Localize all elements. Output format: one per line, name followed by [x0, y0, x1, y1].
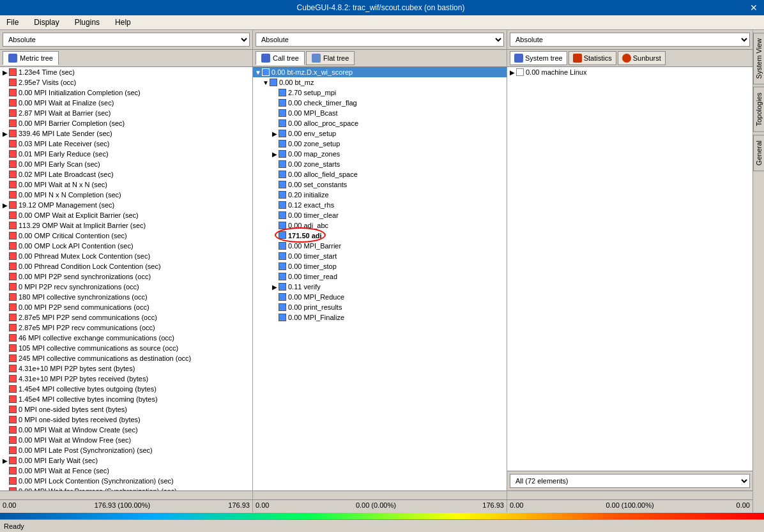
list-item[interactable]: 0.00 MPI Wait at Finalize (sec) — [0, 98, 252, 108]
menu-plugins[interactable]: Plugins — [71, 17, 103, 28]
color-box — [9, 160, 17, 168]
list-item[interactable]: 0.00 OMP Wait at Explicit Barrier (sec) — [0, 210, 252, 220]
list-item[interactable]: 0.00 MPI Wait at N x N (sec) — [0, 179, 252, 190]
all-elements-dropdown[interactable]: All (72 elements) — [510, 474, 750, 488]
center-status-right: 176.93 — [482, 501, 504, 511]
list-item[interactable]: 0.00 MPI Wait for Progress (Synchronizat… — [0, 486, 252, 490]
list-item[interactable]: 0.00 timer_read — [253, 271, 507, 282]
expand-arrow[interactable]: ▶ — [1, 457, 9, 464]
list-item[interactable]: 2.87e5 MPI P2P recv communications (occ) — [0, 323, 252, 333]
close-button[interactable]: ✕ — [746, 3, 761, 13]
list-item[interactable]: 4.31e+10 MPI P2P bytes sent (bytes) — [0, 363, 252, 374]
expand-arrow[interactable]: ▶ — [1, 202, 9, 209]
center-tree-content[interactable]: ▼ 0.00 bt-mz.D.x_wi_scorep ▼ 0.00 bt_mz … — [253, 67, 507, 490]
list-item[interactable]: 0.00 MPI N x N Completion (sec) — [0, 190, 252, 200]
list-item[interactable]: 0 MPI P2P recv synchronizations (occ) — [0, 282, 252, 292]
color-box — [279, 222, 286, 229]
list-item[interactable]: ▶19.12 OMP Management (sec) — [0, 200, 252, 210]
list-item[interactable]: ▶ 0.00 map_zones — [253, 149, 507, 159]
list-item[interactable]: 0.20 initialize — [253, 190, 507, 200]
list-item[interactable]: 0.00 MPI Wait at Fence (sec) — [0, 466, 252, 476]
list-item[interactable]: 0.00 timer_start — [253, 251, 507, 261]
list-item[interactable]: 2.87 MPI Wait at Barrier (sec) — [0, 108, 252, 118]
list-item[interactable]: 0.00 MPI Wait at Window Free (sec) — [0, 435, 252, 445]
call-tree-root[interactable]: ▼ 0.00 bt-mz.D.x_wi_scorep — [253, 67, 507, 77]
color-box — [9, 68, 17, 76]
list-item[interactable]: ▶ 0.11 verify — [253, 282, 507, 292]
list-item[interactable]: 0.00 print_results — [253, 302, 507, 312]
list-item[interactable]: 0.02 MPI Late Broadcast (sec) — [0, 169, 252, 179]
right-hscroll[interactable] — [507, 490, 753, 499]
list-item[interactable]: 0.00 MPI_Barrier — [253, 241, 507, 251]
flat-tree-tab[interactable]: Flat tree — [306, 51, 355, 65]
list-item[interactable]: 0.00 MPI P2P send synchronizations (occ) — [0, 271, 252, 282]
sunburst-tab[interactable]: Sunburst — [618, 51, 666, 65]
topologies-sidebar-tab[interactable]: Topologies — [753, 87, 765, 132]
machine-linux-item[interactable]: ▶ 0.00 machine Linux — [507, 67, 753, 77]
list-item[interactable]: 0.00 set_constants — [253, 179, 507, 190]
list-item[interactable]: 0.00 zone_starts — [253, 159, 507, 169]
list-item[interactable]: 0 MPI one-sided bytes sent (bytes) — [0, 404, 252, 414]
adi-item[interactable]: 171.50 adi — [253, 231, 507, 241]
list-item[interactable]: 0.00 timer_stop — [253, 261, 507, 271]
list-item[interactable]: 0.00 MPI Lock Contention (Synchronizatio… — [0, 476, 252, 486]
list-item[interactable]: 0.00 Pthread Mutex Lock Contention (sec) — [0, 251, 252, 261]
list-item[interactable]: ▶1.23e4 Time (sec) — [0, 67, 252, 77]
metric-tree-tab[interactable]: Metric tree — [3, 51, 59, 65]
list-item[interactable]: 0.00 OMP Critical Contention (sec) — [0, 231, 252, 241]
list-item[interactable]: 0.00 check_timer_flag — [253, 98, 507, 108]
list-item[interactable]: 180 MPI collective synchronizations (occ… — [0, 292, 252, 302]
list-item[interactable]: 0.00 MPI Barrier Completion (sec) — [0, 118, 252, 128]
left-hscroll[interactable] — [0, 490, 252, 499]
right-tree-content[interactable]: ▶ 0.00 machine Linux — [507, 67, 753, 471]
system-view-sidebar-tab[interactable]: System View — [753, 33, 765, 84]
general-sidebar-tab[interactable]: General — [753, 135, 765, 171]
expand-arrow[interactable]: ▶ — [1, 69, 9, 76]
call-tree-tab[interactable]: Call tree — [256, 51, 305, 65]
list-item[interactable]: 105 MPI collective communications as sou… — [0, 343, 252, 353]
center-dropdown[interactable]: Absolute Relative — [256, 33, 504, 47]
right-dropdown[interactable]: Absolute Relative — [510, 33, 750, 47]
list-item[interactable]: 0.00 zone_setup — [253, 139, 507, 149]
list-item[interactable]: 0.00 alloc_proc_space — [253, 118, 507, 128]
list-item[interactable]: 0.00 MPI_Reduce — [253, 292, 507, 302]
list-item[interactable]: 0.00 MPI_Bcast — [253, 108, 507, 118]
list-item[interactable]: 0.00 adi_abc — [253, 220, 507, 231]
list-item[interactable]: 1.45e4 MPI collective bytes outgoing (by… — [0, 384, 252, 394]
menu-file[interactable]: File — [3, 17, 22, 28]
list-item[interactable]: 1.45e4 MPI collective bytes incoming (by… — [0, 394, 252, 404]
list-item[interactable]: 4.31e+10 MPI P2P bytes received (bytes) — [0, 374, 252, 384]
list-item[interactable]: 0.00 alloc_field_space — [253, 169, 507, 179]
list-item[interactable]: 0.12 exact_rhs — [253, 200, 507, 210]
list-item[interactable]: 0.00 MPI_Finalize — [253, 312, 507, 323]
menu-display[interactable]: Display — [30, 17, 63, 28]
list-item[interactable]: 0.00 MPI P2P send communications (occ) — [0, 302, 252, 312]
list-item[interactable]: 245 MPI collective communications as des… — [0, 353, 252, 363]
list-item[interactable]: 0.00 Pthread Condition Lock Contention (… — [0, 261, 252, 271]
list-item[interactable]: 46 MPI collective exchange communication… — [0, 333, 252, 343]
list-item[interactable]: ▶339.46 MPI Late Sender (sec) — [0, 128, 252, 139]
system-tree-tab[interactable]: System tree — [510, 51, 567, 65]
left-dropdown[interactable]: Absolute Relative — [3, 33, 250, 47]
list-item[interactable]: 0.00 MPI Early Scan (sec) — [0, 159, 252, 169]
list-item[interactable]: 2.87e5 MPI P2P send communications (occ) — [0, 312, 252, 323]
center-hscroll[interactable] — [253, 490, 507, 499]
list-item[interactable]: 113.29 OMP Wait at Implicit Barrier (sec… — [0, 220, 252, 231]
list-item[interactable]: 0.00 MPI Initialization Completion (sec) — [0, 87, 252, 98]
list-item[interactable]: 0.00 OMP Lock API Contention (sec) — [0, 241, 252, 251]
list-item[interactable]: ▶0.00 MPI Early Wait (sec) — [0, 455, 252, 466]
list-item[interactable]: 2.70 setup_mpi — [253, 87, 507, 98]
list-item[interactable]: 0.00 MPI Late Post (Synchronization) (se… — [0, 445, 252, 455]
list-item[interactable]: 0.01 MPI Early Reduce (sec) — [0, 149, 252, 159]
list-item[interactable]: 0.00 MPI Wait at Window Create (sec) — [0, 425, 252, 435]
statistics-tab[interactable]: Statistics — [569, 51, 616, 65]
left-tree-content[interactable]: ▶1.23e4 Time (sec) 2.95e7 Visits (occ) 0… — [0, 67, 252, 490]
list-item[interactable]: 2.95e7 Visits (occ) — [0, 77, 252, 87]
list-item[interactable]: ▶ 0.00 env_setup — [253, 128, 507, 139]
list-item[interactable]: 0.00 timer_clear — [253, 210, 507, 220]
menu-help[interactable]: Help — [111, 17, 135, 28]
list-item[interactable]: ▼ 0.00 bt_mz — [253, 77, 507, 87]
expand-arrow[interactable]: ▶ — [1, 130, 9, 137]
list-item[interactable]: 0.03 MPI Late Receiver (sec) — [0, 139, 252, 149]
list-item[interactable]: 0 MPI one-sided bytes received (bytes) — [0, 414, 252, 425]
